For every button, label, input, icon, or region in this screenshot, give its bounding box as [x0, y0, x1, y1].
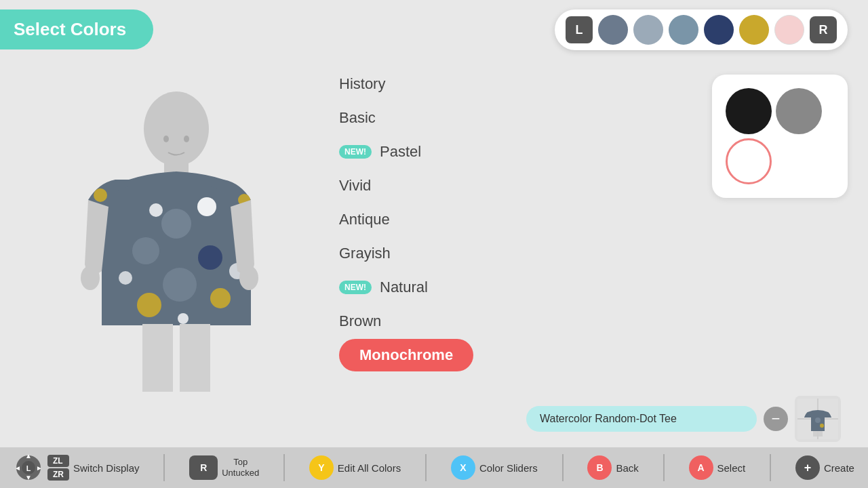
svg-point-9	[149, 203, 163, 217]
select-label: Select	[717, 462, 746, 474]
svg-rect-18	[180, 324, 210, 392]
category-grayish[interactable]: Grayish	[339, 237, 473, 270]
create-label: Create	[824, 462, 854, 474]
a-button[interactable]: A	[689, 455, 713, 480]
panel-swatch-white[interactable]	[726, 138, 772, 184]
zr-button[interactable]: ZR	[47, 468, 69, 481]
bottom-bar: L ▲ ▼ ◄ ► ZL ZR Switch Display R TopUntu…	[0, 447, 868, 488]
l-stick-icon: L ▲ ▼ ◄ ►	[14, 453, 43, 483]
svg-rect-17	[142, 324, 173, 392]
svg-point-6	[210, 288, 231, 308]
svg-point-3	[198, 245, 222, 270]
bottom-edit-all[interactable]: Y Edit All Colors	[309, 455, 401, 480]
swatch-4[interactable]	[704, 15, 734, 45]
item-thumbnail	[795, 396, 841, 442]
category-natural[interactable]: NEW! Natural	[339, 271, 473, 304]
item-name-bar: −	[526, 396, 841, 442]
swatch-2[interactable]	[633, 15, 663, 45]
divider-6	[770, 454, 771, 481]
svg-text:▼: ▼	[25, 474, 32, 481]
category-brown[interactable]: Brown	[339, 305, 473, 338]
y-button[interactable]: Y	[309, 455, 334, 480]
l-button[interactable]: L	[566, 16, 593, 43]
color-sliders-label: Color Sliders	[479, 462, 538, 474]
item-name-input[interactable]	[526, 406, 757, 432]
switch-display-label: Switch Display	[73, 462, 140, 474]
bottom-top-untucked[interactable]: R TopUntucked	[189, 455, 259, 480]
bottom-back[interactable]: B Back	[587, 455, 638, 480]
divider-5	[663, 454, 665, 481]
top-untucked-label: TopUntucked	[222, 457, 259, 478]
zl-zr-buttons: ZL ZR	[47, 455, 69, 481]
bottom-select[interactable]: A Select	[689, 455, 746, 480]
bottom-create[interactable]: + Create	[795, 455, 854, 480]
panel-swatch-gray[interactable]	[776, 88, 822, 134]
plus-button[interactable]: +	[795, 455, 820, 480]
swatch-5[interactable]	[739, 15, 769, 45]
svg-point-15	[81, 266, 100, 290]
svg-point-16	[239, 266, 258, 290]
category-basic[interactable]: Basic	[339, 102, 473, 134]
swatch-3[interactable]	[669, 15, 698, 45]
category-vivid[interactable]: Vivid	[339, 169, 473, 202]
character-preview	[0, 54, 353, 447]
new-badge-pastel: NEW!	[339, 145, 372, 159]
svg-point-5	[163, 268, 197, 302]
swatch-container: L R	[555, 9, 848, 50]
svg-text:L: L	[26, 464, 31, 472]
minus-button[interactable]: −	[764, 407, 788, 431]
panel-swatch-black[interactable]	[726, 88, 772, 134]
svg-point-2	[161, 209, 191, 239]
svg-point-8	[197, 197, 216, 216]
svg-point-25	[820, 424, 824, 428]
swatch-6[interactable]	[774, 15, 804, 45]
svg-point-19	[163, 136, 169, 142]
b-button[interactable]: B	[587, 455, 612, 480]
svg-point-24	[815, 418, 821, 423]
svg-point-4	[132, 237, 159, 264]
new-badge-natural: NEW!	[339, 281, 372, 294]
categories-list: History Basic NEW! Pastel Vivid Antique …	[339, 68, 473, 371]
edit-all-label: Edit All Colors	[338, 462, 401, 474]
svg-rect-26	[813, 431, 817, 436]
category-monochrome[interactable]: Monochrome	[339, 339, 473, 371]
color-swatches-panel	[712, 75, 848, 198]
bottom-color-sliders[interactable]: X Color Sliders	[451, 455, 538, 480]
svg-point-20	[184, 136, 189, 142]
x-button[interactable]: X	[451, 455, 475, 480]
divider-2	[283, 454, 285, 481]
category-pastel[interactable]: NEW! Pastel	[339, 136, 473, 168]
swatch-grid	[726, 88, 834, 184]
swatch-1[interactable]	[598, 15, 628, 45]
divider-1	[163, 454, 165, 481]
divider-3	[425, 454, 427, 481]
top-color-bar: L R	[0, 9, 868, 50]
back-label: Back	[616, 462, 638, 474]
svg-text:►: ►	[36, 464, 43, 472]
character-svg	[47, 75, 305, 427]
r-button[interactable]: R	[810, 16, 837, 43]
svg-text:◄: ◄	[14, 464, 21, 472]
r-circle-button[interactable]: R	[189, 455, 218, 480]
bottom-switch-display[interactable]: L ▲ ▼ ◄ ► ZL ZR Switch Display	[14, 453, 140, 483]
svg-point-11	[119, 271, 132, 285]
svg-point-7	[137, 293, 161, 317]
zl-button[interactable]: ZL	[47, 455, 69, 467]
svg-rect-27	[818, 431, 823, 436]
svg-text:▲: ▲	[25, 453, 32, 460]
svg-point-13	[94, 188, 107, 202]
svg-point-12	[178, 313, 189, 324]
divider-4	[562, 454, 564, 481]
category-history[interactable]: History	[339, 68, 473, 100]
category-antique[interactable]: Antique	[339, 203, 473, 236]
